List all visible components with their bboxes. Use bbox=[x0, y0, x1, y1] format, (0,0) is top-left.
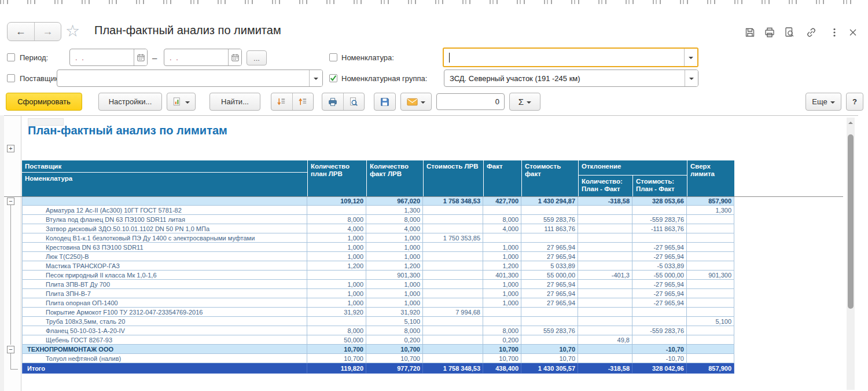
report-variants-button[interactable] bbox=[167, 93, 196, 111]
cell-value[interactable] bbox=[632, 335, 687, 345]
cell-value[interactable] bbox=[578, 317, 632, 326]
cell-value[interactable]: 1,200 bbox=[483, 261, 521, 271]
report-item-row[interactable]: Плита ЗПВ-ВТ Ду 7001,0001,0001,00027 965… bbox=[22, 280, 734, 289]
cell-value[interactable]: 10,700 bbox=[366, 345, 423, 354]
report-item-row[interactable]: Люк Т(С250)-В1,0001,0001,00027 965,94-27… bbox=[22, 252, 734, 261]
cell-value[interactable]: 27 965,94 bbox=[521, 243, 578, 252]
sum-button[interactable]: Σ bbox=[509, 93, 540, 111]
cell-value[interactable]: 10,700 bbox=[307, 345, 366, 354]
cell-value[interactable] bbox=[687, 326, 734, 335]
cell-value[interactable]: 8,000 bbox=[366, 215, 423, 224]
favorite-star-icon[interactable]: ☆ bbox=[65, 21, 80, 41]
col-header-cost-fact[interactable]: Стоимость факт bbox=[522, 160, 578, 196]
report-group-row[interactable]: ТЕХНОПРОММОНТАЖ ООО10,70010,70010,70010,… bbox=[22, 345, 734, 354]
cell-value[interactable] bbox=[521, 335, 578, 345]
send-mail-button[interactable] bbox=[400, 93, 432, 111]
link-icon[interactable] bbox=[804, 25, 818, 39]
cell-value[interactable]: -10,70 bbox=[632, 354, 687, 363]
period-to-field[interactable]: . . bbox=[164, 49, 242, 66]
cell-value[interactable] bbox=[423, 215, 483, 224]
cell-value[interactable] bbox=[578, 298, 632, 308]
cell-value[interactable] bbox=[578, 280, 632, 289]
report-item-row[interactable]: Арматура 12 Ас-II (Ас300) 10ГТ ГОСТ 5781… bbox=[22, 206, 734, 215]
report-item-row[interactable]: Втулка под фланец DN 63 ПЭ100 SDR11 лита… bbox=[22, 215, 734, 224]
print-preview-button[interactable] bbox=[343, 93, 365, 110]
report-item-row[interactable]: Затвор дисковый ЗДО.50.10.01.1102 DN 50 … bbox=[22, 224, 734, 233]
nomenclature-input[interactable] bbox=[443, 47, 698, 67]
cell-value[interactable] bbox=[483, 308, 521, 317]
cell-value[interactable]: 10,700 bbox=[366, 354, 423, 363]
collapse-groups-button[interactable] bbox=[271, 93, 292, 110]
report-item-row[interactable]: Мастика ТРАНСКОР-ГАЗ1,2001,2001,2005 033… bbox=[22, 261, 734, 271]
counter-field[interactable]: 0 bbox=[436, 93, 505, 110]
cell-value[interactable]: 55 000,00 bbox=[521, 271, 578, 280]
cell-value[interactable] bbox=[483, 206, 521, 215]
cell-value[interactable]: -27 965,94 bbox=[632, 243, 687, 252]
cell-value[interactable]: -401,3 bbox=[578, 271, 632, 280]
cell-value[interactable]: 427,700 bbox=[483, 196, 521, 206]
cell-value[interactable]: 10,70 bbox=[521, 345, 578, 354]
cell-value[interactable] bbox=[578, 215, 632, 224]
cell-value[interactable]: 1,000 bbox=[307, 280, 366, 289]
cell-value[interactable]: 8,000 bbox=[483, 326, 521, 335]
cell-value[interactable] bbox=[687, 280, 734, 289]
cell-value[interactable]: 10,700 bbox=[483, 345, 521, 354]
cell-value[interactable] bbox=[521, 206, 578, 215]
period-label[interactable]: Период: bbox=[20, 53, 48, 62]
dropdown-arrow-icon[interactable] bbox=[685, 70, 698, 86]
cell-value[interactable]: -111 863,76 bbox=[632, 224, 687, 233]
period-checkbox[interactable] bbox=[7, 53, 15, 61]
cell-value[interactable]: 119,820 bbox=[307, 363, 366, 374]
cell-value[interactable]: 1 758 348,53 bbox=[423, 196, 483, 206]
period-from-field[interactable]: . . bbox=[69, 49, 148, 66]
cell-value[interactable]: -5 033,89 bbox=[632, 261, 687, 271]
close-icon[interactable] bbox=[846, 25, 860, 39]
cell-value[interactable]: 31,920 bbox=[307, 308, 366, 317]
col-header-nomenclature[interactable]: Номенклатура bbox=[22, 173, 307, 196]
cell-value[interactable] bbox=[632, 206, 687, 215]
cell-value[interactable]: -318,58 bbox=[578, 196, 632, 206]
cell-name[interactable]: Крестовина DN 63 ПЭ100 SDR11 bbox=[22, 243, 307, 252]
cell-value[interactable]: -55 000,00 bbox=[632, 271, 687, 280]
cell-value[interactable]: 4,000 bbox=[483, 224, 521, 233]
cell-value[interactable]: 857,900 bbox=[687, 363, 734, 374]
cell-value[interactable] bbox=[687, 243, 734, 252]
cell-value[interactable]: 328 042,96 bbox=[632, 363, 687, 374]
cell-name[interactable]: Фланец 50-10-03-1-А-20-IV bbox=[22, 326, 307, 335]
report-item-row[interactable]: Плита опорная ОП-14001,0001,0001,00027 9… bbox=[22, 298, 734, 308]
cell-value[interactable]: 5 033,89 bbox=[521, 261, 578, 271]
collapse-group-button[interactable]: − bbox=[7, 346, 14, 353]
cell-value[interactable]: 1,000 bbox=[483, 289, 521, 298]
report-item-row[interactable]: Колодец В1-к.1 безлотковый ПЭ Ду 1400 с … bbox=[22, 233, 734, 243]
cell-value[interactable]: 50,000 bbox=[307, 335, 366, 345]
cell-value[interactable] bbox=[687, 345, 734, 354]
cell-value[interactable]: 1,200 bbox=[366, 261, 423, 271]
dropdown-arrow-icon[interactable] bbox=[684, 49, 697, 66]
cell-value[interactable]: 49,8 bbox=[578, 335, 632, 345]
cell-value[interactable]: 1,000 bbox=[366, 233, 423, 243]
report-item-row[interactable]: Толуол нефтяной (налив)10,70010,70010,70… bbox=[22, 354, 734, 363]
back-button[interactable]: ← bbox=[8, 23, 35, 41]
cell-value[interactable]: 27 965,94 bbox=[521, 252, 578, 261]
cell-value[interactable]: 10,700 bbox=[483, 354, 521, 363]
cell-value[interactable]: 1,000 bbox=[366, 252, 423, 261]
cell-name[interactable]: Люк Т(С250)-В bbox=[22, 252, 307, 261]
cell-value[interactable] bbox=[687, 233, 734, 243]
col-header-fact[interactable]: Факт bbox=[484, 160, 521, 196]
cell-value[interactable]: 967,020 bbox=[366, 196, 423, 206]
cell-value[interactable] bbox=[521, 317, 578, 326]
dropdown-arrow-icon[interactable] bbox=[309, 70, 322, 86]
save-icon[interactable] bbox=[743, 25, 757, 39]
nomenclature-group-label[interactable]: Номенклатурная группа: bbox=[341, 74, 427, 83]
cell-value[interactable]: -27 965,94 bbox=[632, 289, 687, 298]
cell-name[interactable]: Плита ЗПВ-ВТ Ду 700 bbox=[22, 280, 307, 289]
cell-value[interactable] bbox=[307, 317, 366, 326]
collapse-group-button[interactable]: − bbox=[7, 198, 14, 205]
col-header-deviation-qty[interactable]: Количество: План - Факт bbox=[579, 176, 632, 196]
cell-value[interactable]: -27 965,94 bbox=[632, 252, 687, 261]
cell-value[interactable] bbox=[423, 298, 483, 308]
col-header-deviation-cost[interactable]: Стоимость: План - Факт bbox=[633, 176, 687, 196]
cell-value[interactable]: 1,200 bbox=[307, 261, 366, 271]
cell-value[interactable]: 328 053,66 bbox=[632, 196, 687, 206]
report-item-row[interactable]: Плита ЗПН-В-71,0001,0001,00027 965,94-27… bbox=[22, 289, 734, 298]
